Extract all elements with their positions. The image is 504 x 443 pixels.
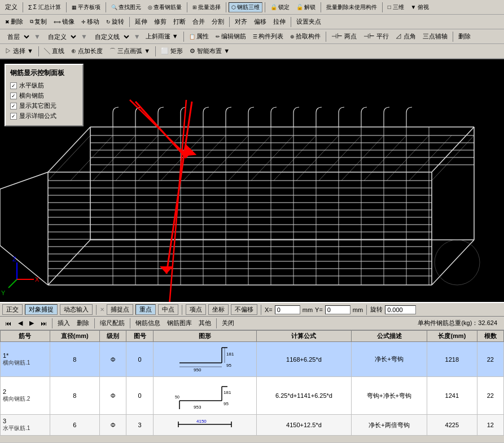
- cell-shapeno-1: 0: [126, 342, 153, 377]
- table-row[interactable]: 2 横向钢筋.2 8 Φ 0: [1, 377, 504, 415]
- btn-batch-delete[interactable]: 批量删除未使用构件: [323, 2, 380, 12]
- btn-nav-prev[interactable]: ◀: [15, 318, 25, 328]
- btn-component-list[interactable]: ☰ 构件列表: [250, 31, 286, 42]
- status-coord[interactable]: 坐标: [208, 304, 229, 315]
- btn-scale-rebar[interactable]: 缩尺配筋: [97, 318, 128, 328]
- btn-nav-next[interactable]: ▶: [27, 318, 37, 328]
- canvas-container[interactable]: Z X Y Ea 012: [0, 59, 504, 302]
- panel-label-other: 显示其它图元: [19, 102, 56, 110]
- checkbox-transverse[interactable]: ✓: [10, 93, 17, 99]
- checkbox-formula[interactable]: ✓: [10, 113, 17, 120]
- btn-mirror[interactable]: ⟺ 镜像: [51, 16, 77, 27]
- btn-sum-calc[interactable]: Σ Σ 汇总计算: [25, 2, 64, 12]
- cell-shape-3: 4150: [153, 415, 256, 436]
- select-floor[interactable]: 首层: [2, 31, 32, 42]
- btn-view-rebar[interactable]: ◎ 查看钢筋量: [145, 2, 185, 12]
- btn-split[interactable]: 分割: [209, 16, 227, 27]
- th-count: 根数: [477, 331, 503, 342]
- cell-id-1: 1* 横向钢筋.1: [1, 342, 50, 377]
- btn-move[interactable]: ✛ 移动: [78, 16, 102, 27]
- btn-break[interactable]: 打断: [170, 16, 189, 27]
- checkbox-horizontal[interactable]: ✓: [10, 82, 17, 89]
- btn-rect[interactable]: ⬜ 矩形: [158, 46, 186, 56]
- cell-shape-1: 181 95 950: [153, 342, 256, 377]
- y-input[interactable]: [325, 305, 350, 314]
- btn-find-element[interactable]: 🔍 查找图元: [108, 2, 144, 12]
- btn-select[interactable]: ▷ 选择 ▼: [2, 46, 36, 56]
- btn-unlock[interactable]: 🔓 解锁: [293, 2, 318, 12]
- btn-property[interactable]: 📋 属性: [186, 31, 212, 42]
- status-orthogonal[interactable]: 正交: [2, 304, 23, 315]
- select-custom[interactable]: 自定义: [43, 31, 78, 42]
- btn-line[interactable]: ╲ 直线: [41, 46, 67, 56]
- btn-set-grip[interactable]: 设置夹点: [293, 16, 324, 27]
- cross-icon: ✕: [100, 306, 104, 313]
- btn-merge[interactable]: 合并: [190, 16, 208, 27]
- sep-tt4: [216, 318, 217, 328]
- btn-three-point-axis[interactable]: 三点辅轴: [420, 31, 450, 42]
- btn-3d-view[interactable]: □ 三维: [385, 2, 407, 12]
- btn-nav-first[interactable]: ⏮: [2, 319, 14, 328]
- sep-tt2: [94, 318, 95, 328]
- btn-add-length[interactable]: ⊕ 点加长度: [68, 46, 106, 56]
- btn-rebar-3d[interactable]: ⬡ 钢筋三维: [229, 2, 262, 12]
- btn-stretch[interactable]: 拉伸: [270, 16, 288, 27]
- status-no-offset[interactable]: 不偏移: [231, 304, 257, 315]
- cell-diameter-3: 6: [50, 415, 99, 436]
- btn-trim[interactable]: 修剪: [151, 16, 169, 27]
- btn-align[interactable]: 对齐: [232, 16, 250, 27]
- table-row[interactable]: 3 水平纵筋.1 6 Φ 3 4150: [1, 415, 504, 436]
- btn-pick-component[interactable]: ⊕ 拾取构件: [287, 31, 323, 42]
- status-apex[interactable]: 项点: [186, 304, 206, 315]
- menu-define[interactable]: 定义: [2, 2, 20, 12]
- sep-t1: [183, 32, 184, 42]
- shape-svg-3: 4150: [174, 416, 236, 433]
- btn-two-point[interactable]: ⊣⊢ 两点: [328, 31, 360, 42]
- status-center[interactable]: 重点: [135, 304, 156, 315]
- table-wrapper[interactable]: 筋号 直径(mm) 级别 图号 图形 计算公式 公式描述 长度(mm) 根数 1…: [0, 330, 504, 442]
- checkbox-other[interactable]: ✓: [10, 103, 17, 109]
- btn-rain[interactable]: 上斜雨篷 ▼: [143, 31, 181, 42]
- shape-svg-2: 181 95 953 50: [174, 378, 236, 412]
- sep-t2: [326, 32, 326, 42]
- btn-delete[interactable]: ✖ 删除: [2, 16, 26, 27]
- x-input[interactable]: [275, 305, 300, 314]
- panel-item-formula: ✓ 显示详细公式: [10, 112, 78, 120]
- svg-text:953: 953: [194, 405, 201, 410]
- sep-sb1: [96, 305, 97, 315]
- table-row[interactable]: 1* 横向钢筋.1 8 Φ 0: [1, 342, 504, 377]
- svg-text:181: 181: [223, 390, 231, 395]
- btn-close[interactable]: 关闭: [219, 318, 237, 328]
- btn-insert[interactable]: 插入: [55, 318, 73, 328]
- btn-flat-board[interactable]: ▦ 平齐板项: [69, 2, 103, 12]
- cell-id-3: 3 水平纵筋.1: [1, 415, 50, 436]
- btn-delete-2[interactable]: 删除: [455, 31, 474, 42]
- btn-rebar-lib[interactable]: 钢筋图库: [164, 318, 195, 328]
- btn-nav-last[interactable]: ⏭: [38, 319, 50, 328]
- status-midpoint[interactable]: 中点: [158, 304, 178, 315]
- btn-rotate[interactable]: ↻ 旋转: [103, 16, 127, 27]
- btn-extend[interactable]: 延伸: [132, 16, 150, 27]
- btn-copy[interactable]: ⧉ 复制: [27, 16, 50, 27]
- btn-parallel[interactable]: ⊣⊢ 平行: [361, 31, 392, 42]
- status-snap-point[interactable]: 捕捉点: [107, 304, 133, 315]
- btn-table-delete[interactable]: 删除: [74, 318, 92, 328]
- select-custom-line[interactable]: 自定义线: [90, 31, 132, 42]
- cell-count-3: 12: [477, 415, 503, 436]
- cell-grade-2: Φ: [100, 377, 126, 415]
- rotate-input[interactable]: [385, 305, 416, 314]
- btn-rebar-info[interactable]: 钢筋信息: [133, 318, 163, 328]
- btn-lock[interactable]: 🔒 锁定: [268, 2, 292, 12]
- btn-edit-rebar[interactable]: ✏ 编辑钢筋: [213, 31, 249, 42]
- btn-batch-select[interactable]: ⊞ 批量选择: [190, 2, 223, 12]
- status-snap[interactable]: 对象捕捉: [25, 304, 58, 315]
- sep-tt3: [130, 318, 130, 328]
- status-dynamic-input[interactable]: 动态输入: [60, 304, 93, 315]
- btn-point-angle[interactable]: ⊿ 点角: [393, 31, 419, 42]
- sep-4: [187, 2, 187, 12]
- btn-top-view[interactable]: ▼ 俯视: [408, 2, 432, 12]
- btn-offset[interactable]: 偏移: [251, 16, 269, 27]
- btn-smart-layout[interactable]: ⚙ 智能布置 ▼: [187, 46, 233, 56]
- btn-three-point-arc[interactable]: ⌒ 三点画弧 ▼: [107, 46, 153, 56]
- btn-other[interactable]: 其他: [196, 318, 214, 328]
